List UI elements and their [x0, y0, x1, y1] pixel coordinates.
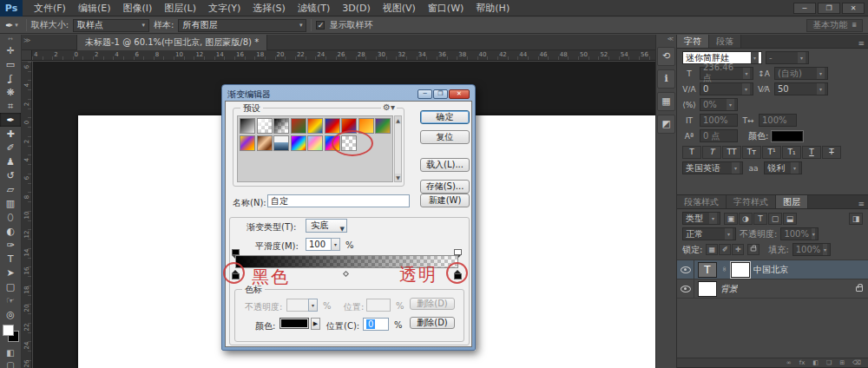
menu-item[interactable]: 文件(F)	[28, 0, 72, 16]
layer-visibility-toggle[interactable]	[677, 279, 694, 299]
subscript-button[interactable]: T₁	[782, 146, 801, 159]
ruler-origin-box[interactable]	[22, 50, 32, 61]
layer-mask-thumbnail[interactable]	[731, 262, 750, 278]
workspace-switcher[interactable]: 基本功能 ≣	[806, 19, 863, 32]
scroll-down-icon[interactable]: ▼	[395, 174, 401, 181]
reset-button[interactable]: 复位	[420, 130, 470, 144]
gradient-preset-chrome[interactable]	[273, 135, 289, 151]
current-tool-preset[interactable]: ✒ ▾	[5, 20, 22, 31]
zoom-tool[interactable]: ◎	[0, 307, 21, 321]
rectangle-tool[interactable]: ▢	[0, 279, 21, 293]
tab-character-styles[interactable]: 字符样式	[727, 195, 776, 208]
smoothness-spinner[interactable]: ▾	[331, 238, 340, 251]
gear-icon[interactable]: ⚙▾	[381, 102, 397, 112]
small-caps-button[interactable]: Tᴛ	[742, 146, 761, 159]
location-c-input[interactable]: 0	[363, 318, 389, 331]
stop-color-swatch[interactable]	[279, 318, 309, 329]
proportional-spacing-field[interactable]: 0%▾	[700, 98, 738, 111]
sample-select[interactable]: 所有图层 ▾	[178, 19, 306, 32]
show-sampling-ring-checkbox[interactable]: ✓	[316, 21, 325, 30]
all-caps-button[interactable]: TT	[722, 146, 741, 159]
blur-tool[interactable]: ⬯	[0, 210, 21, 224]
gradient-preset-red-yellow-blue[interactable]	[307, 118, 323, 134]
gradient-preset-spectrum[interactable]	[291, 135, 306, 151]
layer-row-2[interactable]: 背景	[677, 279, 868, 299]
gradient-preset-rainbow-stripes[interactable]	[325, 135, 340, 151]
menu-item[interactable]: 窗口(W)	[422, 0, 470, 16]
underline-button[interactable]: T	[802, 146, 821, 159]
save-button[interactable]: 存储(S)...	[420, 180, 470, 194]
layer-style-icon[interactable]: fx	[799, 359, 806, 367]
font-style-select[interactable]: -▾	[766, 51, 809, 64]
dialog-maximize-button[interactable]: ❐	[433, 89, 448, 99]
language-select[interactable]: 美国英语▾	[682, 161, 743, 174]
layer-visibility-toggle[interactable]	[677, 260, 694, 279]
panel-menu-icon[interactable]: ≡	[858, 200, 868, 208]
vertical-ruler[interactable]: 64202468101214161820222426	[22, 62, 32, 368]
screen-mode-button[interactable]: ▢	[0, 358, 21, 368]
filter-pixel-icon[interactable]: ▣	[724, 213, 738, 225]
lock-position-button[interactable]: ✛	[732, 244, 744, 255]
layer-row-1[interactable]: T∞中国北京	[677, 260, 868, 279]
filter-type-icon[interactable]: T	[753, 213, 767, 225]
foreground-color-swatch[interactable]	[3, 325, 14, 336]
color-stop-right[interactable]	[454, 269, 462, 279]
gradient-preset-violet-green-orange[interactable]	[375, 118, 391, 134]
new-layer-icon[interactable]: ⊞	[839, 359, 845, 367]
quick-selection-tool[interactable]: ❋	[0, 85, 21, 99]
vertical-scale-field[interactable]: 100%	[700, 114, 738, 127]
toolbar-collapse-icon[interactable]: ↔	[0, 35, 21, 43]
filter-toggle-icon[interactable]: ◨	[849, 213, 863, 225]
brush-tool[interactable]: ✐	[0, 141, 21, 154]
layer-thumbnail[interactable]	[698, 281, 717, 297]
tab-layers[interactable]: 图层	[776, 195, 808, 208]
name-input[interactable]	[267, 194, 410, 207]
menu-item[interactable]: 选择(S)	[247, 0, 292, 16]
lock-all-button[interactable]	[747, 244, 760, 255]
gradient-preset-foreground-to-transparent[interactable]	[257, 118, 273, 134]
gradient-preset-blue-red-yellow[interactable]	[325, 118, 340, 134]
menu-item[interactable]: 3D(D)	[336, 0, 377, 16]
delete-layer-icon[interactable]: ⌫	[852, 359, 861, 367]
blend-mode-select[interactable]: 正常▾	[682, 227, 736, 240]
info-panel-icon[interactable]: ℹ	[657, 69, 675, 89]
gradient-preview-bar[interactable]	[235, 255, 458, 268]
dialog-minimize-button[interactable]: ─	[418, 89, 432, 99]
scroll-up-icon[interactable]: ▲	[395, 116, 401, 124]
maximize-button[interactable]: ❐	[818, 3, 840, 14]
filter-adjustment-icon[interactable]: ◑	[739, 213, 753, 225]
layer-filter-select[interactable]: 类型▾	[682, 212, 720, 225]
color-flyout-arrow[interactable]: ▶	[311, 318, 320, 330]
new-group-icon[interactable]: ❏	[826, 359, 832, 367]
color-stop-left[interactable]	[232, 269, 240, 279]
presets-scrollbar[interactable]: ▲ ▼	[394, 115, 402, 182]
gradient-preset-orange-red-blue[interactable]	[341, 118, 357, 134]
eyedropper-tool[interactable]: ✒	[0, 113, 21, 127]
close-button[interactable]: ✕	[842, 3, 865, 14]
healing-brush-tool[interactable]: ✚	[0, 127, 21, 141]
kerning-field[interactable]: 0▾	[700, 82, 753, 95]
leading-field[interactable]: (自动)▾	[774, 67, 828, 80]
dialog-title-bar[interactable]: 渐变编辑器 ─❐✕	[225, 88, 472, 101]
horizontal-ruler[interactable]: 4202468101214161820222426283032343638404…	[32, 50, 655, 61]
gradient-type-select[interactable]: 实底 ▼	[306, 219, 347, 233]
new-button[interactable]: 新建(W)	[420, 194, 470, 207]
dodge-tool[interactable]: ◐	[0, 224, 21, 238]
menu-item[interactable]: 图像(I)	[116, 0, 158, 16]
history-panel-icon[interactable]: ⟲	[657, 47, 675, 66]
eraser-tool[interactable]: ▱	[0, 182, 21, 196]
dialog-close-button[interactable]: ✕	[449, 89, 470, 99]
delete-color-stop-button[interactable]: 删除(D)	[410, 317, 455, 329]
dock-collapse-icon[interactable]: ≪	[656, 35, 676, 43]
tab-character[interactable]: 字符	[677, 35, 709, 48]
lasso-tool[interactable]: ʆ	[0, 71, 21, 85]
gradient-preset-black-to-transparent[interactable]	[273, 118, 289, 134]
lock-transparent-button[interactable]: ▦	[706, 244, 718, 255]
text-layer-thumbnail[interactable]: T	[698, 262, 717, 278]
path-selection-tool[interactable]: ➤	[0, 266, 21, 279]
menu-item[interactable]: 编辑(E)	[72, 0, 117, 16]
tracking-field[interactable]: 50▾	[774, 82, 828, 95]
marquee-tool[interactable]: ▭	[0, 57, 21, 71]
baseline-shift-field[interactable]: 0 点	[700, 129, 738, 142]
ok-button[interactable]: 确定	[420, 110, 470, 124]
